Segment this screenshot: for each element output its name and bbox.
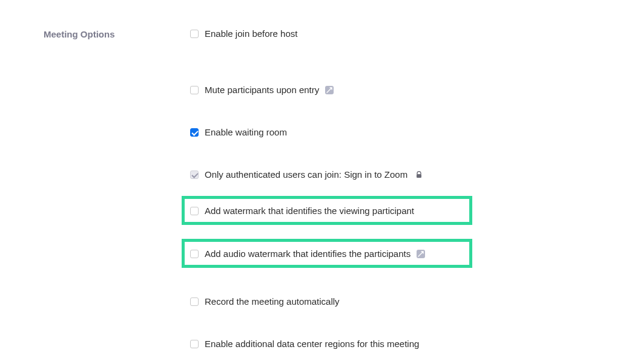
checkbox-data-center-regions[interactable] — [190, 340, 199, 348]
option-audio-watermark: Add audio watermark that identifies the … — [190, 249, 425, 259]
option-watermark: Add watermark that identifies the viewin… — [190, 206, 414, 216]
option-waiting-room: Enable waiting room — [190, 127, 287, 137]
option-authenticated-only: Only authenticated users can join: Sign … — [190, 169, 422, 180]
option-label: Enable waiting room — [205, 127, 287, 137]
checkbox-mute-on-entry[interactable] — [190, 86, 199, 94]
option-data-center-regions: Enable additional data center regions fo… — [190, 339, 419, 349]
info-badge-icon — [325, 86, 334, 94]
checkbox-authenticated-only — [190, 171, 199, 179]
option-mute-on-entry: Mute participants upon entry — [190, 85, 334, 95]
lock-icon — [416, 171, 422, 178]
option-label: Record the meeting automatically — [205, 296, 340, 307]
option-label: Enable join before host — [205, 28, 297, 39]
option-label: Only authenticated users can join: Sign … — [205, 169, 407, 180]
option-label: Add audio watermark that identifies the … — [205, 249, 411, 259]
option-join-before-host: Enable join before host — [190, 28, 297, 39]
option-record-auto: Record the meeting automatically — [190, 296, 340, 307]
info-badge-icon — [417, 250, 425, 258]
checkbox-record-auto[interactable] — [190, 297, 199, 306]
checkbox-watermark[interactable] — [190, 207, 199, 215]
checkbox-waiting-room[interactable] — [190, 128, 199, 137]
option-label: Add watermark that identifies the viewin… — [205, 206, 414, 216]
option-label: Mute participants upon entry — [205, 85, 319, 95]
svg-rect-0 — [417, 174, 421, 178]
checkbox-join-before-host[interactable] — [190, 30, 199, 38]
section-title: Meeting Options — [44, 29, 115, 39]
option-label: Enable additional data center regions fo… — [205, 339, 419, 349]
checkbox-audio-watermark[interactable] — [190, 250, 199, 258]
